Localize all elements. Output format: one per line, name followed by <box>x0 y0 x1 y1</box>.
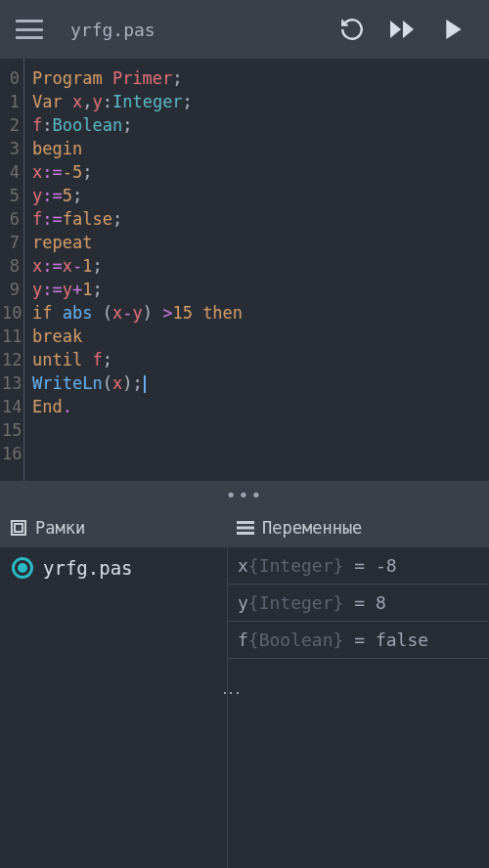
line-number: 14 <box>2 395 20 418</box>
menu-icon[interactable] <box>16 20 43 39</box>
line-number: 9 <box>2 278 20 301</box>
frames-header: Рамки <box>0 508 227 547</box>
frames-title: Рамки <box>35 518 85 538</box>
line-number: 7 <box>2 231 20 254</box>
line-number: 16 <box>2 442 20 465</box>
code-editor[interactable]: 012345678910111213141516 Program Primer;… <box>0 59 489 481</box>
code-line[interactable]: End. <box>32 395 489 418</box>
code-line[interactable]: until f; <box>32 348 489 371</box>
frame-name: yrfg.pas <box>43 557 133 579</box>
variables-header: Переменные <box>227 508 489 547</box>
variables-panel: Переменные ⋮ x{Integer} = -8y{Integer} =… <box>227 508 489 868</box>
line-number: 2 <box>2 113 20 137</box>
code-line[interactable]: Program Primer; <box>32 66 489 90</box>
frames-list: yrfg.pas <box>0 547 227 868</box>
code-line[interactable] <box>32 442 489 465</box>
code-line[interactable]: Var x,y:Integer; <box>32 90 489 113</box>
code-line[interactable]: WriteLn(x); <box>32 371 489 395</box>
code-line[interactable]: f:=false; <box>32 207 489 231</box>
frames-icon <box>10 519 27 537</box>
line-number: 0 <box>2 66 20 90</box>
fast-forward-button[interactable] <box>383 10 422 49</box>
restart-button[interactable] <box>333 10 372 49</box>
variables-title: Переменные <box>262 518 362 538</box>
svg-rect-6 <box>237 527 254 530</box>
file-title: yrfg.pas <box>70 20 321 40</box>
frame-item[interactable]: yrfg.pas <box>0 547 227 588</box>
code-line[interactable]: y:=5; <box>32 184 489 207</box>
svg-rect-5 <box>237 521 254 524</box>
code-line[interactable] <box>32 418 489 442</box>
variable-row[interactable]: x{Integer} = -8 <box>228 547 489 585</box>
code-line[interactable]: x:=x-1; <box>32 254 489 278</box>
code-line[interactable]: if abs (x-y) >15 then <box>32 301 489 325</box>
svg-marker-0 <box>390 21 401 38</box>
code-area[interactable]: Program Primer;Var x,y:Integer;f:Boolean… <box>23 59 489 481</box>
line-number: 4 <box>2 160 20 184</box>
code-line[interactable]: break <box>32 325 489 348</box>
panel-resize-handle[interactable]: ⋮ <box>222 684 243 704</box>
play-button[interactable] <box>434 10 473 49</box>
line-gutter: 012345678910111213141516 <box>0 59 23 481</box>
line-number: 8 <box>2 254 20 278</box>
code-line[interactable]: f:Boolean; <box>32 113 489 137</box>
line-number: 11 <box>2 325 20 348</box>
code-line[interactable]: x:=-5; <box>32 160 489 184</box>
list-icon <box>237 520 254 536</box>
line-number: 15 <box>2 418 20 442</box>
svg-rect-4 <box>15 524 22 532</box>
svg-marker-2 <box>446 20 461 39</box>
frame-active-icon <box>12 557 33 579</box>
line-number: 3 <box>2 137 20 160</box>
line-number: 12 <box>2 348 20 371</box>
variable-row[interactable]: f{Boolean} = false <box>228 622 489 659</box>
line-number: 6 <box>2 207 20 231</box>
variables-list: ⋮ x{Integer} = -8y{Integer} = 8f{Boolean… <box>227 547 489 868</box>
variable-row[interactable]: y{Integer} = 8 <box>228 585 489 622</box>
code-line[interactable]: repeat <box>32 231 489 254</box>
svg-marker-1 <box>403 21 414 38</box>
svg-rect-7 <box>237 532 254 535</box>
toolbar: yrfg.pas <box>0 0 489 59</box>
panel-drag-handle[interactable]: ••• <box>0 481 489 508</box>
line-number: 5 <box>2 184 20 207</box>
code-line[interactable]: begin <box>32 137 489 160</box>
line-number: 13 <box>2 371 20 395</box>
debug-panels: Рамки yrfg.pas Переменные ⋮ x{Integer} =… <box>0 508 489 868</box>
line-number: 10 <box>2 301 20 325</box>
line-number: 1 <box>2 90 20 113</box>
frames-panel: Рамки yrfg.pas <box>0 508 227 868</box>
code-line[interactable]: y:=y+1; <box>32 278 489 301</box>
